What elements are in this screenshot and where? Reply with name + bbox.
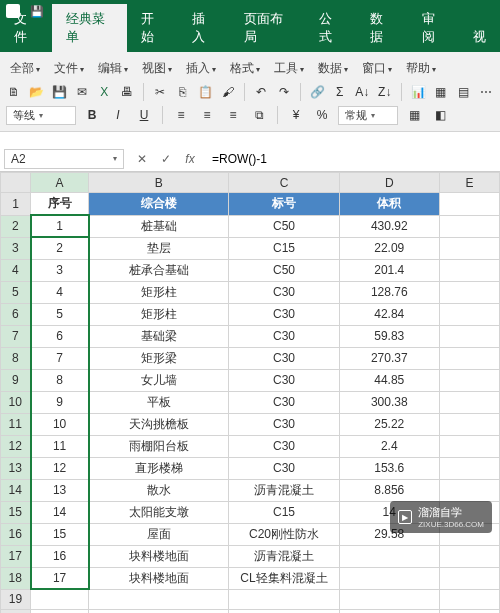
- cell[interactable]: [89, 609, 229, 613]
- tab-view[interactable]: 视: [459, 22, 500, 52]
- cell[interactable]: 8.856: [339, 479, 439, 501]
- cell[interactable]: 128.76: [339, 281, 439, 303]
- fill-color-icon[interactable]: ◧: [430, 105, 450, 125]
- redo-icon[interactable]: ↷: [276, 83, 293, 101]
- align-left-icon[interactable]: ≡: [171, 105, 191, 125]
- italic-button[interactable]: I: [108, 105, 128, 125]
- cell[interactable]: [229, 609, 339, 613]
- borders-icon[interactable]: ▦: [404, 105, 424, 125]
- bold-button[interactable]: B: [82, 105, 102, 125]
- mail-icon[interactable]: ✉: [74, 83, 91, 101]
- menu-file[interactable]: 文件▾: [50, 58, 88, 79]
- cell[interactable]: 153.6: [339, 457, 439, 479]
- cell[interactable]: 桩承合基础: [89, 259, 229, 281]
- cell[interactable]: C15: [229, 237, 339, 259]
- cell[interactable]: C30: [229, 281, 339, 303]
- table-row[interactable]: 19: [1, 589, 500, 609]
- cell[interactable]: 屋面: [89, 523, 229, 545]
- cell[interactable]: 序号: [31, 193, 89, 216]
- row-header[interactable]: 5: [1, 281, 31, 303]
- cell[interactable]: 15: [31, 523, 89, 545]
- save-icon[interactable]: 💾: [51, 83, 68, 101]
- cell[interactable]: [439, 479, 499, 501]
- number-format-dropdown[interactable]: 常规▾: [338, 106, 398, 125]
- line-style-dropdown[interactable]: 等线▾: [6, 106, 76, 125]
- col-header-e[interactable]: E: [439, 173, 499, 193]
- cell[interactable]: [439, 303, 499, 325]
- filter-icon[interactable]: ▤: [455, 83, 472, 101]
- menu-window[interactable]: 窗口▾: [358, 58, 396, 79]
- cell[interactable]: C30: [229, 303, 339, 325]
- tab-review[interactable]: 审阅: [408, 4, 460, 52]
- menu-all[interactable]: 全部▾: [6, 58, 44, 79]
- cell[interactable]: 2: [31, 237, 89, 259]
- excel-icon[interactable]: X: [96, 83, 113, 101]
- row-header[interactable]: 17: [1, 545, 31, 567]
- cell[interactable]: [89, 589, 229, 609]
- table-row[interactable]: 109平板C30300.38: [1, 391, 500, 413]
- row-header[interactable]: 18: [1, 567, 31, 589]
- cell[interactable]: [439, 193, 499, 216]
- cell[interactable]: 7: [31, 347, 89, 369]
- row-header[interactable]: 3: [1, 237, 31, 259]
- accept-formula-icon[interactable]: ✓: [156, 149, 176, 169]
- cell[interactable]: [339, 609, 439, 613]
- cell[interactable]: C30: [229, 413, 339, 435]
- table-row[interactable]: 65矩形柱C3042.84: [1, 303, 500, 325]
- col-header-c[interactable]: C: [229, 173, 339, 193]
- cell[interactable]: 基础梁: [89, 325, 229, 347]
- table-row[interactable]: 1716块料楼地面沥青混凝土: [1, 545, 500, 567]
- cell[interactable]: [31, 609, 89, 613]
- table-row[interactable]: 1817块料楼地面CL轻集料混凝土: [1, 567, 500, 589]
- cell[interactable]: C30: [229, 457, 339, 479]
- paste-icon[interactable]: 📋: [197, 83, 214, 101]
- cell[interactable]: 垫层: [89, 237, 229, 259]
- table-row[interactable]: 98女儿墙C3044.85: [1, 369, 500, 391]
- sum-icon[interactable]: Σ: [331, 83, 348, 101]
- cell[interactable]: 44.85: [339, 369, 439, 391]
- cell[interactable]: 4: [31, 281, 89, 303]
- cell[interactable]: [439, 391, 499, 413]
- cancel-formula-icon[interactable]: ✕: [132, 149, 152, 169]
- percent-icon[interactable]: %: [312, 105, 332, 125]
- cell[interactable]: 综合楼: [89, 193, 229, 216]
- cell[interactable]: 25.22: [339, 413, 439, 435]
- menu-tools[interactable]: 工具▾: [270, 58, 308, 79]
- row-header[interactable]: 7: [1, 325, 31, 347]
- cell[interactable]: 3: [31, 259, 89, 281]
- pivot-icon[interactable]: ▦: [432, 83, 449, 101]
- cell[interactable]: 300.38: [339, 391, 439, 413]
- row-header[interactable]: 16: [1, 523, 31, 545]
- cell[interactable]: 平板: [89, 391, 229, 413]
- row-header[interactable]: 1: [1, 193, 31, 216]
- row-header[interactable]: 14: [1, 479, 31, 501]
- cell[interactable]: [439, 215, 499, 237]
- cell[interactable]: [439, 413, 499, 435]
- cell[interactable]: 12: [31, 457, 89, 479]
- cell[interactable]: [339, 567, 439, 589]
- cell[interactable]: [229, 589, 339, 609]
- tab-page-layout[interactable]: 页面布局: [230, 4, 305, 52]
- cell[interactable]: 11: [31, 435, 89, 457]
- table-row[interactable]: 21桩基础C50430.92: [1, 215, 500, 237]
- cell[interactable]: 块料楼地面: [89, 567, 229, 589]
- cell[interactable]: 22.09: [339, 237, 439, 259]
- table-row[interactable]: 43桩承合基础C50201.4: [1, 259, 500, 281]
- open-icon[interactable]: 📂: [29, 83, 46, 101]
- select-all-corner[interactable]: [1, 173, 31, 193]
- cell[interactable]: 42.84: [339, 303, 439, 325]
- format-painter-icon[interactable]: 🖌: [220, 83, 237, 101]
- cell[interactable]: C30: [229, 325, 339, 347]
- cell[interactable]: 矩形柱: [89, 281, 229, 303]
- table-row[interactable]: 87矩形梁C30270.37: [1, 347, 500, 369]
- col-header-a[interactable]: A: [31, 173, 89, 193]
- col-header-b[interactable]: B: [89, 173, 229, 193]
- cell[interactable]: [339, 545, 439, 567]
- cut-icon[interactable]: ✂: [152, 83, 169, 101]
- cell[interactable]: 标号: [229, 193, 339, 216]
- row-header[interactable]: 11: [1, 413, 31, 435]
- cell[interactable]: 270.37: [339, 347, 439, 369]
- sort-desc-icon[interactable]: Z↓: [377, 83, 394, 101]
- tab-file[interactable]: 文件: [0, 4, 52, 52]
- row-header[interactable]: 10: [1, 391, 31, 413]
